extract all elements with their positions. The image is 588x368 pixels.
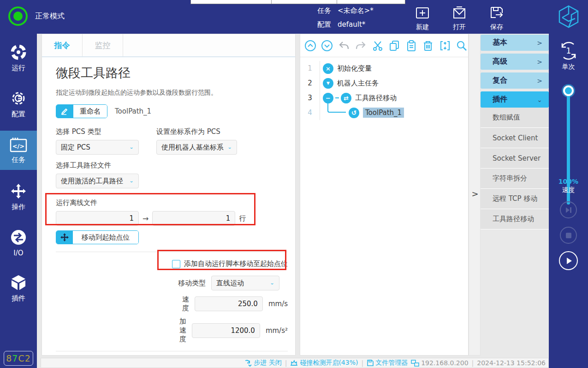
page-title: 微段工具路径 — [56, 65, 288, 81]
chevron-right-icon: > — [537, 58, 542, 66]
open-task-button[interactable]: 打开 — [445, 5, 474, 31]
sidebar-item-plugin[interactable]: 插件 — [0, 272, 37, 303]
badge-char: 2 — [25, 353, 31, 363]
skip-icon — [564, 206, 573, 214]
offline-unit: 行 — [239, 214, 246, 223]
plugin-item-array-assign[interactable]: 数组赋值 — [481, 108, 549, 128]
circle-chevron-up-icon — [304, 40, 316, 52]
redo-button[interactable] — [355, 39, 368, 53]
chevron-down-icon: ⌄ — [129, 145, 134, 150]
undo-button[interactable] — [338, 39, 350, 53]
toolpath-file-select[interactable]: 使用激活的工具路径 ⌄ — [56, 174, 139, 188]
expand-all-button[interactable] — [321, 39, 334, 53]
tree-row-toolpath-1[interactable]: 4 ↺ ToolPath_1 — [300, 105, 468, 120]
svg-text:1: 1 — [566, 46, 571, 55]
tab-instruction[interactable]: 指令 — [42, 34, 83, 56]
move-type-select[interactable]: 直线运动 ⌄ — [211, 276, 279, 290]
collision-icon — [290, 359, 298, 367]
chevron-right-icon: > — [537, 39, 542, 47]
cut-button[interactable] — [371, 39, 384, 53]
sidebar-item-io[interactable]: I/O — [0, 227, 37, 257]
plugin-item-socket-server[interactable]: Socket Server — [481, 148, 549, 169]
tree-row-toolpath-move[interactable]: 3 − ⇄ 工具路径移动 — [300, 90, 468, 105]
sidebar-item-label: 插件 — [12, 294, 25, 302]
sidebar-item-config[interactable]: 配置 — [0, 88, 37, 119]
tree-node-label: 工具路径移动 — [355, 94, 397, 103]
pcs-frame-label: 设置坐标系作为 PCS — [156, 127, 237, 136]
category-advanced[interactable]: 高级 > — [481, 54, 549, 70]
speed-label: 速度 — [178, 295, 189, 313]
paste-button[interactable] — [405, 39, 418, 53]
plugin-item-string-split[interactable]: 字符串拆分 — [481, 169, 549, 189]
offline-to-input[interactable] — [152, 211, 235, 226]
copy-button[interactable] — [388, 39, 401, 53]
collapse-node-icon[interactable]: − — [323, 93, 333, 103]
plugin-item-toolpath-move[interactable]: 工具路径移动 — [481, 209, 549, 229]
code-window-icon: </> — [9, 137, 28, 153]
sidebar-item-label: 任务 — [12, 156, 25, 164]
main-task-icon: ▼ — [323, 78, 333, 89]
search-button[interactable] — [456, 39, 469, 53]
tree-row-init[interactable]: 1 × 初始化变量 — [300, 61, 468, 76]
task-config-info: 任务<未命名>* 配置default* — [317, 5, 374, 32]
range-arrow: → — [143, 214, 148, 223]
speed-unit: mm/s — [268, 300, 288, 308]
tab-monitor[interactable]: 监控 — [83, 34, 123, 56]
save-task-button[interactable]: 保存 — [482, 5, 511, 31]
speed-input[interactable] — [195, 296, 263, 311]
pcs-frame-select[interactable]: 使用机器人基坐标系 ⌄ — [156, 140, 237, 155]
open-task-label: 打开 — [453, 23, 466, 30]
offline-file-label: 运行离线文件 — [56, 199, 288, 207]
category-basic[interactable]: 基本 > — [481, 35, 549, 51]
acceleration-input[interactable] — [192, 323, 260, 338]
new-task-label: 新建 — [416, 23, 429, 30]
move-arrows-icon — [10, 182, 27, 200]
auto-run-checkbox[interactable] — [172, 260, 180, 268]
category-plugin[interactable]: 插件 ⌄ — [481, 91, 549, 108]
line-number: 2 — [300, 79, 320, 87]
move-to-start-button[interactable]: 移动到起始点位 — [56, 230, 139, 244]
collapse-all-button[interactable] — [304, 39, 317, 53]
datetime: 2024-12-13 15:52:06 — [477, 359, 546, 367]
play-button[interactable] — [559, 251, 578, 270]
tree-row-main-task[interactable]: 2 ▼ 机器人主任务 — [300, 76, 468, 90]
sidebar-item-run[interactable]: 运行 — [0, 42, 37, 72]
page-description: 指定运动到微段起始点的运动参数以及微段数据行范围。 — [56, 89, 288, 97]
file-manager-button[interactable]: 文件管理器 — [367, 359, 408, 367]
pcs-type-label: 选择 PCS 类型 — [56, 127, 139, 136]
redo-icon — [355, 40, 367, 52]
sidebar-item-label: 运行 — [12, 64, 25, 72]
acceleration-label: 加速度 — [178, 317, 186, 344]
single-run-icon[interactable]: 1 — [558, 40, 579, 61]
toolpath-file-value: 使用激活的工具路径 — [61, 177, 123, 186]
plugin-item-remote-tcp-move[interactable]: 远程 TCP 移动 — [481, 189, 549, 209]
delete-button[interactable] — [422, 39, 435, 53]
io-icon — [10, 229, 27, 246]
speed-slider-knob[interactable] — [563, 85, 574, 96]
stop-button[interactable] — [560, 227, 577, 244]
new-task-button[interactable]: 新建 — [408, 5, 437, 31]
insert-button[interactable] — [439, 39, 451, 53]
sidebar-item-task[interactable]: </> 任务 — [0, 131, 37, 170]
step-mode-status[interactable]: 步进 关闭 — [244, 359, 281, 367]
tree-node-label-selected: ToolPath_1 — [363, 108, 404, 118]
pencil-icon — [56, 105, 73, 118]
collision-detect-status[interactable]: 碰撞检测开启(43%) — [290, 359, 358, 367]
step-forward-button[interactable] — [560, 201, 577, 218]
badge-char: 7 — [12, 353, 18, 363]
sidebar-item-operate[interactable]: 操作 — [0, 181, 37, 211]
config-value: default* — [338, 18, 365, 30]
program-tree: 1 × 初始化变量 2 ▼ 机器人主任务 3 − ⇄ 工具路径移动 4 — [300, 57, 468, 120]
plugin-item-socket-client[interactable]: Socket Client — [481, 128, 549, 148]
run-icon — [10, 43, 27, 61]
brand-logo-icon — [558, 5, 580, 30]
offline-from-input[interactable] — [56, 211, 139, 226]
robot-status-icon[interactable] — [8, 6, 28, 26]
pcs-type-select[interactable]: 固定 PCS ⌄ — [56, 140, 139, 155]
move-arrows-icon — [56, 231, 73, 244]
category-composite[interactable]: 复合 > — [481, 72, 549, 89]
safety-code-badge[interactable]: 87C2 — [4, 351, 33, 366]
expand-panel-button[interactable]: > — [469, 184, 481, 203]
left-nav: 运行 配置 </> 任务 操作 I/O 插件 87C2 — [0, 34, 37, 368]
rename-button[interactable]: 重命名 — [56, 104, 107, 118]
